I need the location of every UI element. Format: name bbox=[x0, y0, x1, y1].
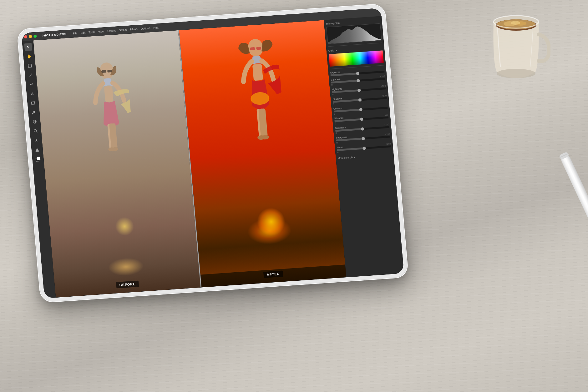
slider-contrast-1: Contrast +100 0 bbox=[331, 75, 386, 86]
slider-shadows: Shadows +120 0 bbox=[332, 94, 387, 105]
slider-sharpness: Sharpness +100 0 bbox=[336, 133, 391, 144]
tool-rectangle[interactable] bbox=[29, 99, 37, 107]
svg-rect-15 bbox=[104, 86, 114, 102]
svg-marker-9 bbox=[35, 148, 39, 152]
svg-line-1 bbox=[29, 74, 32, 77]
slider-noise-max: +200 bbox=[386, 143, 391, 145]
app-ui: PHOTO EDITOR File Edit Tools View Layers… bbox=[21, 8, 404, 298]
svg-point-34 bbox=[511, 21, 520, 25]
slider-sharpness-max: +100 bbox=[385, 133, 390, 135]
before-panel: BEFORE bbox=[33, 30, 200, 298]
tool-stamp[interactable] bbox=[32, 136, 40, 144]
canvas-area[interactable]: BEFORE bbox=[33, 20, 346, 298]
tool-undo[interactable]: ↩ bbox=[28, 80, 36, 88]
tool-text[interactable]: A bbox=[28, 90, 36, 98]
slider-noise: Noise +200 0 bbox=[337, 142, 392, 153]
menu-view[interactable]: View bbox=[98, 30, 104, 33]
coffee-cup bbox=[482, 13, 550, 81]
svg-rect-22 bbox=[256, 47, 261, 50]
slider-highlights: Highlights +100 0 bbox=[332, 84, 386, 96]
slider-shadows-max: +120 bbox=[382, 94, 387, 97]
more-controls-button[interactable]: More controls ▾ bbox=[338, 153, 392, 160]
svg-rect-11 bbox=[37, 157, 40, 160]
slider-vibrance-max: +100 bbox=[383, 114, 388, 116]
histogram-box bbox=[326, 23, 382, 44]
svg-rect-14 bbox=[107, 69, 112, 72]
tool-zoom[interactable] bbox=[32, 127, 40, 135]
tool-hand[interactable]: ✋ bbox=[25, 52, 33, 60]
svg-line-6 bbox=[33, 122, 36, 122]
menu-options[interactable]: Options bbox=[140, 27, 150, 30]
after-panel: AFTER bbox=[179, 20, 346, 287]
close-button[interactable] bbox=[24, 35, 28, 39]
color-picker[interactable] bbox=[329, 50, 384, 67]
svg-point-3 bbox=[32, 113, 33, 114]
slider-saturation-max: +100 bbox=[384, 123, 389, 126]
slider-noise-label: Noise bbox=[337, 146, 343, 149]
before-after-container: BEFORE bbox=[33, 20, 346, 298]
tablet-screen: PHOTO EDITOR File Edit Tools View Layers… bbox=[21, 8, 404, 298]
slider-contrast-2: Contrast 0 bbox=[333, 104, 388, 115]
svg-rect-13 bbox=[101, 70, 106, 73]
svg-rect-2 bbox=[32, 102, 35, 104]
tool-gradient[interactable] bbox=[33, 146, 41, 154]
after-label: AFTER bbox=[263, 270, 283, 278]
menu-help[interactable]: Help bbox=[153, 26, 159, 29]
slider-contrast-1-max: +100 bbox=[380, 75, 385, 78]
tool-foreground-bg[interactable] bbox=[34, 155, 42, 163]
slider-exposure-thumb[interactable] bbox=[356, 72, 359, 75]
menu-tools[interactable]: Tools bbox=[89, 30, 95, 34]
app-title: PHOTO EDITOR bbox=[42, 33, 67, 38]
tool-cursor[interactable]: ↖ bbox=[24, 43, 32, 51]
menu-edit[interactable]: Edit bbox=[80, 31, 85, 35]
tool-crop[interactable] bbox=[26, 62, 34, 70]
tablet-device: PHOTO EDITOR File Edit Tools View Layers… bbox=[17, 3, 409, 303]
tool-brush[interactable] bbox=[27, 71, 35, 79]
menu-file[interactable]: File bbox=[73, 32, 78, 35]
maximize-button[interactable] bbox=[33, 34, 37, 38]
slider-saturation: Saturation +100 0 bbox=[335, 123, 390, 134]
menu-layers[interactable]: Layers bbox=[107, 29, 116, 33]
svg-line-8 bbox=[36, 132, 37, 133]
svg-rect-21 bbox=[250, 47, 255, 50]
svg-rect-23 bbox=[252, 64, 263, 81]
slider-vibrance: Vibrance +100 0 bbox=[334, 113, 389, 125]
menu-filters[interactable]: Filters bbox=[130, 28, 138, 31]
svg-point-36 bbox=[497, 69, 535, 78]
tool-dropper[interactable] bbox=[30, 108, 38, 117]
minimize-button[interactable] bbox=[29, 35, 32, 38]
svg-point-7 bbox=[34, 129, 37, 132]
svg-point-20 bbox=[247, 38, 264, 57]
svg-rect-0 bbox=[28, 64, 32, 68]
menu-select[interactable]: Select bbox=[119, 28, 127, 32]
tool-globe[interactable] bbox=[31, 118, 39, 126]
traffic-lights bbox=[24, 34, 37, 38]
slider-highlights-max: +100 bbox=[381, 85, 386, 87]
main-area: ↖ ✋ ↩ A bbox=[22, 16, 404, 298]
